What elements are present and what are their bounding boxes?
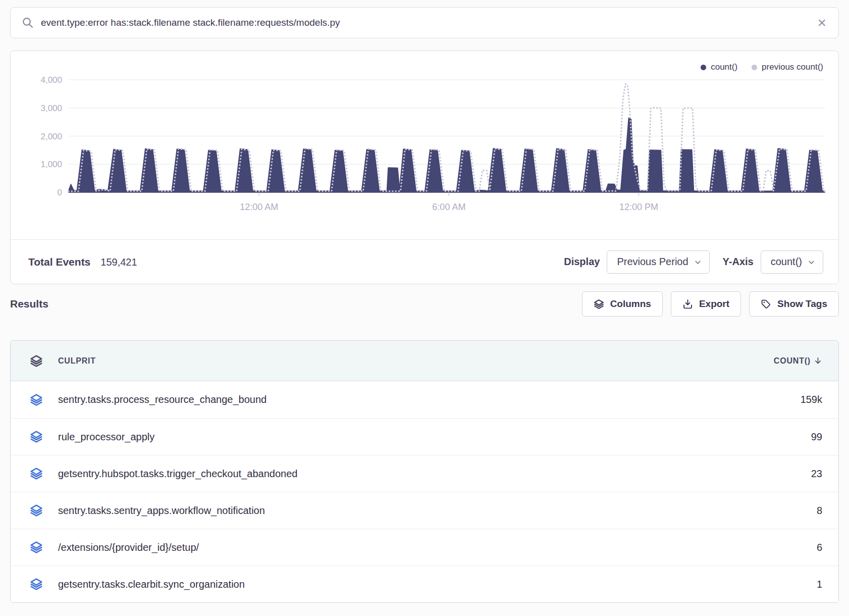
culprit-cell: sentry.tasks.sentry_apps.workflow_notifi…	[58, 505, 265, 517]
svg-text:3,000: 3,000	[40, 104, 62, 113]
legend-item-previous-count[interactable]: previous count()	[752, 62, 823, 72]
chart-summary-row: Total Events 159,421 Display Previous Pe…	[11, 240, 838, 284]
count-cell: 159k	[801, 394, 822, 405]
table-row: sentry.tasks.process_resource_change_bou…	[11, 381, 838, 418]
stack-drilldown-icon[interactable]	[30, 504, 43, 517]
count-cell: 99	[811, 431, 822, 443]
y-axis-label: Y-Axis	[723, 256, 754, 268]
stack-drilldown-icon[interactable]	[30, 541, 43, 554]
columns-stack-icon	[594, 299, 604, 310]
clear-search-icon[interactable]: ×	[817, 15, 826, 30]
count-cell: 1	[817, 579, 822, 590]
sort-desc-arrow-icon	[814, 356, 822, 365]
search-icon	[22, 17, 34, 29]
results-table: CULPRIT COUNT() sentry.tasks.process_res…	[10, 340, 839, 603]
y-axis-dropdown[interactable]: count()	[761, 250, 823, 274]
svg-text:2,000: 2,000	[40, 132, 62, 141]
stack-icon	[30, 354, 43, 368]
legend-dot-count	[701, 65, 706, 70]
culprit-cell: /extensions/{provider_id}/setup/	[58, 542, 199, 553]
display-dropdown-value: Previous Period	[617, 256, 688, 268]
table-row: getsentry.hubspot.tasks.trigger_checkout…	[11, 455, 838, 492]
legend-label: previous count()	[762, 62, 823, 72]
show-tags-button-label: Show Tags	[777, 298, 827, 310]
chart-controls: Display Previous Period Y-Axis count()	[564, 250, 823, 274]
legend-dot-previous-count	[752, 65, 757, 70]
legend-item-count[interactable]: count()	[701, 62, 737, 72]
columns-button[interactable]: Columns	[582, 291, 663, 317]
results-header-row: Results Columns Export Show Tags	[10, 291, 839, 317]
stack-drilldown-icon[interactable]	[30, 578, 43, 591]
display-label: Display	[564, 256, 600, 268]
chart-legend: count() previous count()	[701, 62, 823, 72]
svg-text:12:00 AM: 12:00 AM	[240, 202, 278, 212]
column-header-culprit[interactable]: CULPRIT	[58, 356, 96, 366]
total-events: Total Events 159,421	[28, 256, 137, 268]
svg-text:6:00 AM: 6:00 AM	[432, 202, 465, 212]
results-table-header: CULPRIT COUNT()	[11, 341, 838, 381]
display-dropdown[interactable]: Previous Period	[607, 250, 709, 274]
total-events-label: Total Events	[28, 256, 90, 268]
events-area-chart: 01,0002,0003,0004,00012:00 AM6:00 AM12:0…	[11, 64, 838, 215]
results-actions: Columns Export Show Tags	[582, 291, 839, 317]
total-events-value: 159,421	[100, 256, 137, 268]
svg-text:1,000: 1,000	[40, 160, 62, 169]
stack-drilldown-icon[interactable]	[30, 393, 43, 406]
export-button-label: Export	[699, 298, 729, 310]
export-download-icon	[682, 299, 693, 310]
stack-drilldown-icon[interactable]	[30, 467, 43, 480]
table-row: /extensions/{provider_id}/setup/ 6	[11, 529, 838, 566]
count-header-label: COUNT()	[774, 356, 811, 366]
table-row: sentry.tasks.sentry_apps.workflow_notifi…	[11, 492, 838, 529]
chevron-down-icon	[694, 259, 702, 266]
culprit-cell: getsentry.tasks.clearbit.sync_organizati…	[58, 579, 245, 590]
y-axis-dropdown-value: count()	[771, 256, 802, 268]
results-title: Results	[10, 298, 48, 310]
culprit-cell: getsentry.hubspot.tasks.trigger_checkout…	[58, 468, 297, 480]
export-button[interactable]: Export	[671, 291, 741, 317]
tag-icon	[761, 299, 771, 310]
discover-page: event.type:error has:stack.filename stac…	[0, 0, 849, 603]
show-tags-button[interactable]: Show Tags	[749, 291, 839, 317]
svg-text:12:00 PM: 12:00 PM	[619, 202, 658, 212]
svg-text:0: 0	[58, 188, 62, 197]
columns-button-label: Columns	[610, 298, 651, 310]
count-cell: 6	[817, 542, 822, 553]
culprit-cell: rule_processor_apply	[58, 431, 154, 443]
stack-drilldown-icon[interactable]	[30, 430, 43, 443]
search-bar: event.type:error has:stack.filename stac…	[10, 7, 839, 38]
legend-label: count()	[711, 62, 737, 72]
svg-text:4,000: 4,000	[40, 75, 62, 85]
search-input[interactable]: event.type:error has:stack.filename stac…	[41, 17, 808, 28]
events-chart-card: count() previous count() 01,0002,0003,00…	[10, 50, 839, 284]
table-row: getsentry.tasks.clearbit.sync_organizati…	[11, 566, 838, 602]
culprit-cell: sentry.tasks.process_resource_change_bou…	[58, 394, 267, 405]
chevron-down-icon	[808, 259, 815, 266]
count-cell: 23	[811, 468, 822, 480]
count-cell: 8	[817, 505, 822, 517]
column-header-count[interactable]: COUNT()	[774, 356, 822, 366]
table-row: rule_processor_apply 99	[11, 418, 838, 455]
